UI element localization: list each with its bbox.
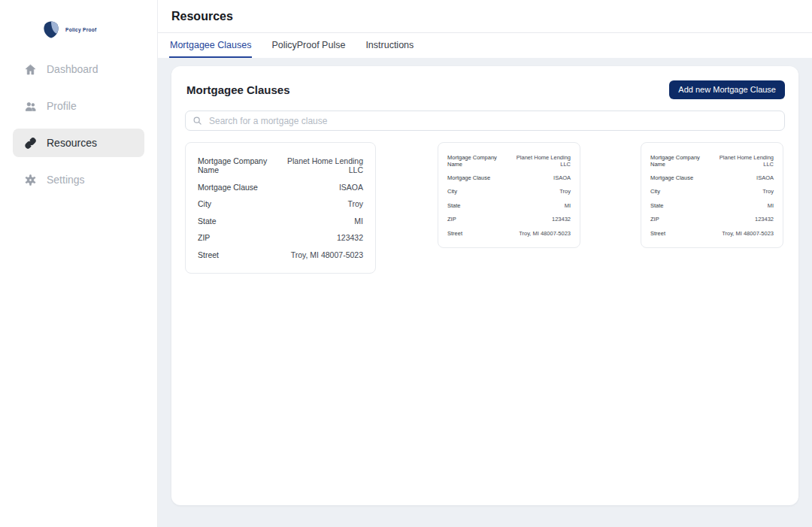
field-value: Troy (347, 199, 363, 208)
field-value: MI (354, 217, 363, 226)
field-value: Planet Home Lending LLC (509, 154, 571, 168)
field-value: Troy (762, 188, 774, 195)
card-row: Mortgage Company Name Planet Home Lendin… (447, 150, 571, 171)
field-value: 123432 (337, 233, 363, 242)
sidebar-item-profile[interactable]: Profile (13, 92, 144, 120)
tab-policyproof-pulse[interactable]: PolicyProof Pulse (271, 33, 346, 58)
card-row: State MI (447, 198, 571, 212)
field-value: Troy, MI 48007-5023 (519, 230, 571, 237)
field-label: State (198, 217, 217, 226)
field-label: ZIP (650, 216, 659, 223)
home-icon (24, 63, 37, 76)
sidebar-item-label: Profile (47, 100, 77, 112)
sidebar-item-dashboard[interactable]: Dashboard (13, 55, 144, 83)
field-label: Mortgage Company Name (447, 154, 509, 168)
field-label: Mortgage Company Name (650, 154, 712, 168)
field-label: ZIP (198, 233, 210, 242)
card-row: City Troy (447, 185, 571, 198)
search-box (185, 111, 785, 131)
sidebar-item-settings[interactable]: Settings (13, 165, 144, 194)
card-row: City Troy (650, 185, 774, 198)
content-area: Mortgagee Clauses Add new Mortgage Claus… (158, 58, 812, 527)
users-icon (24, 100, 37, 113)
field-label: Mortgage Clause (447, 174, 490, 181)
field-value: 123432 (552, 216, 571, 223)
brand-logo[interactable]: Policy Proof (43, 20, 97, 39)
mortgagee-clauses-panel: Mortgagee Clauses Add new Mortgage Claus… (171, 66, 798, 505)
add-mortgage-clause-button[interactable]: Add new Mortgage Clause (669, 80, 785, 99)
page-title: Resources (171, 10, 233, 23)
card-row: Street Troy, MI 48007-5023 (198, 247, 363, 264)
field-value: ISAOA (553, 174, 571, 181)
sidebar-nav: Dashboard Profile (13, 55, 144, 202)
field-label: City (198, 199, 211, 208)
card-row: Mortgage Company Name Planet Home Lendin… (650, 150, 774, 171)
sidebar-item-label: Resources (47, 137, 97, 149)
sidebar: Policy Proof Dashboard (0, 0, 158, 527)
field-value: MI (768, 202, 774, 209)
tab-instructions[interactable]: Instructions (365, 33, 414, 58)
search-icon (192, 116, 202, 126)
field-value: Troy (559, 188, 571, 195)
field-value: Troy, MI 48007-5023 (722, 230, 774, 237)
card-row: Mortgage Clause ISAOA (198, 179, 363, 196)
tab-mortgagee-clauses[interactable]: Mortgagee Clauses (169, 33, 252, 58)
sidebar-item-label: Dashboard (47, 63, 98, 75)
field-label: City (447, 188, 457, 195)
sidebar-item-label: Settings (47, 174, 85, 186)
card-row: ZIP 123432 (650, 213, 774, 226)
card-row: Mortgage Company Name Planet Home Lendin… (198, 153, 363, 179)
mortgage-clause-cards: Mortgage Company Name Planet Home Lendin… (185, 142, 785, 274)
tab-bar: Mortgagee Clauses PolicyProof Pulse Inst… (158, 33, 812, 58)
field-value: Troy, MI 48007-5023 (291, 250, 363, 259)
field-label: Street (198, 250, 219, 259)
card-row: Street Troy, MI 48007-5023 (650, 226, 774, 240)
topbar: Resources (158, 0, 812, 33)
gear-icon (24, 174, 37, 186)
mortgage-clause-card: Mortgage Company Name Planet Home Lendin… (185, 142, 376, 274)
shield-logo-icon (43, 20, 59, 39)
field-value: Planet Home Lending LLC (280, 156, 363, 174)
panel-header: Mortgagee Clauses Add new Mortgage Claus… (185, 66, 785, 99)
field-label: State (447, 202, 461, 209)
field-value: ISAOA (756, 174, 774, 181)
app-window: Policy Proof Dashboard (0, 0, 812, 527)
field-value: Planet Home Lending LLC (712, 154, 774, 168)
mortgage-clause-card: Mortgage Company Name Planet Home Lendin… (641, 142, 783, 248)
card-row: State MI (650, 198, 774, 212)
field-label: Mortgage Clause (198, 183, 258, 192)
card-row: Mortgage Clause ISAOA (650, 171, 774, 184)
field-value: 123432 (755, 216, 774, 223)
field-label: City (650, 188, 660, 195)
card-row: ZIP 123432 (198, 229, 363, 247)
card-row: City Troy (198, 195, 363, 213)
panel-title: Mortgagee Clauses (186, 83, 290, 96)
sidebar-item-resources[interactable]: Resources (13, 129, 144, 157)
main-area: Resources Mortgagee Clauses PolicyProof … (158, 0, 812, 527)
field-value: ISAOA (339, 183, 363, 192)
field-value: MI (565, 202, 571, 209)
card-row: Street Troy, MI 48007-5023 (447, 226, 571, 240)
brand-name: Policy Proof (65, 27, 97, 32)
link-icon (24, 137, 37, 150)
card-row: ZIP 123432 (447, 213, 571, 226)
field-label: Mortgage Clause (650, 174, 693, 181)
field-label: Street (650, 230, 665, 237)
card-row: Mortgage Clause ISAOA (447, 171, 571, 184)
search-input[interactable] (208, 115, 777, 127)
card-row: State MI (198, 213, 363, 230)
field-label: ZIP (447, 216, 456, 223)
field-label: State (650, 202, 664, 209)
field-label: Street (447, 230, 462, 237)
field-label: Mortgage Company Name (198, 156, 280, 174)
mortgage-clause-card: Mortgage Company Name Planet Home Lendin… (438, 142, 580, 248)
